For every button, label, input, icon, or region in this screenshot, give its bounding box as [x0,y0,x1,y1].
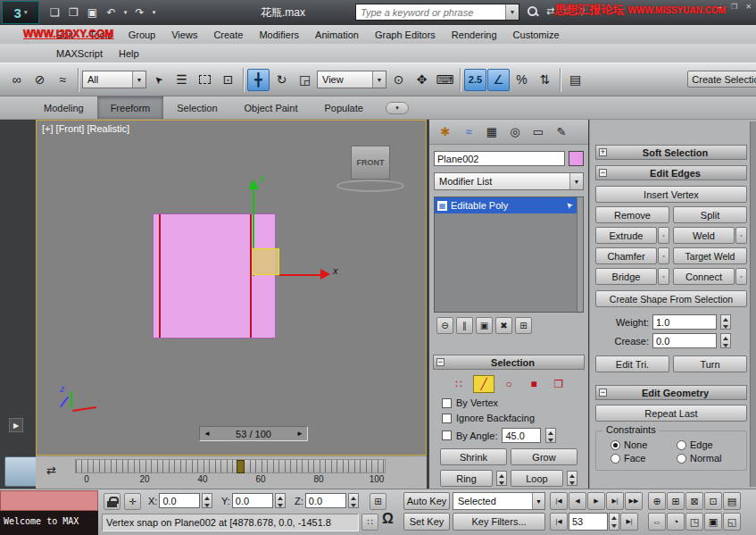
shrink-button[interactable]: Shrink [440,448,507,465]
new-file-icon[interactable]: ❏ [46,4,63,21]
set-key-button[interactable]: Set Key [403,513,450,531]
maximize-viewport-icon[interactable]: ◳ [685,513,703,531]
tab-populate[interactable]: Populate [311,96,376,119]
minimize-button[interactable]: – [714,1,726,12]
plane-object[interactable] [153,213,276,339]
maximize-button[interactable]: ❐ [728,1,740,12]
spin-up-button[interactable] [568,472,577,479]
spin-down-button[interactable] [546,436,555,443]
show-end-result-icon[interactable]: ∥ [456,317,473,334]
stack-scrollbar[interactable] [577,197,583,312]
connect-button[interactable]: Connect [673,268,735,285]
soft-selection-rollout-header[interactable]: + Soft Selection [595,145,747,160]
undo-dropdown-icon[interactable]: ▾ [121,4,129,21]
search-input[interactable] [356,7,505,18]
connect-settings-icon[interactable]: ▫ [735,268,747,285]
field-of-view-icon[interactable]: ▤ [723,492,741,510]
current-frame-input[interactable] [572,516,604,527]
constraint-normal-radio[interactable] [677,454,686,464]
ignore-backfacing-checkbox[interactable] [442,414,452,423]
curve-icon[interactable]: ≈ [459,122,478,142]
turn-button[interactable]: Turn [673,355,747,372]
named-selection-sets-icon[interactable]: ▤ [564,69,586,91]
mini-curve-editor-button[interactable] [4,456,38,487]
modifier-stack[interactable]: ▦ Editable Poly ➤ [434,196,584,313]
spin-up-button[interactable] [610,514,619,522]
previous-frame-icon[interactable]: ◀ [569,492,586,510]
pin-stack-icon[interactable]: ⊖ [436,317,453,334]
grid-dots-icon[interactable]: ∷ [361,514,378,531]
timeline-pan-icon[interactable]: ⇄ [46,464,56,477]
edit-tri-button[interactable]: Edit Tri. [595,355,669,372]
edit-edges-rollout-header[interactable]: − Edit Edges [595,165,747,180]
circle-icon[interactable]: ◎ [505,122,525,142]
weld-settings-icon[interactable]: ▫ [735,227,747,244]
orbit-icon[interactable]: ◔ [667,513,685,531]
time-slider-handle[interactable] [237,460,245,473]
reference-coordinate-dropdown[interactable]: View▼ [317,71,386,88]
redo-dropdown-icon[interactable]: ▾ [150,4,158,21]
zoom-extents-selected-icon[interactable]: ◱ [723,513,741,531]
absolute-offset-mode-icon[interactable]: ✛ [124,493,141,510]
zoom-icon[interactable]: ⊕ [648,492,666,510]
timeline-ruler[interactable] [75,459,386,473]
spin-down-button[interactable] [349,501,358,508]
pan-icon[interactable]: ⇔ [648,513,666,531]
zoom-extents-icon[interactable]: ⊠ [685,492,703,510]
stack-item-editable-poly[interactable]: ▦ Editable Poly ➤ [435,197,583,213]
modifier-list-dropdown[interactable]: Modifier List▼ [434,172,584,190]
menu-customize[interactable]: Customize [505,25,568,44]
undo-icon[interactable]: ↶ [103,4,120,21]
grow-button[interactable]: Grow [511,448,577,465]
insert-vertex-button[interactable]: Insert Vertex [595,186,747,203]
grid-icon[interactable]: ▦ [482,122,502,142]
spin-down-button[interactable] [610,522,619,530]
extrude-button[interactable]: Extrude [595,227,657,244]
snaps-toggle-icon[interactable]: 2.5 [464,69,486,91]
make-unique-icon[interactable]: ▣ [476,317,493,334]
magnet-icon[interactable]: Ω [382,511,394,527]
spin-down-button[interactable] [497,479,506,486]
search-icon[interactable] [527,5,538,17]
chamfer-button[interactable]: Chamfer [595,247,657,264]
play-icon[interactable]: ▶ [587,492,605,510]
tab-selection[interactable]: Selection [163,96,230,119]
spin-down-button[interactable] [721,341,730,348]
constraint-none-radio[interactable] [611,440,620,450]
menu-rendering[interactable]: Rendering [444,25,505,44]
use-pivot-point-icon[interactable]: ⊙ [387,69,410,91]
open-file-icon[interactable]: ❐ [65,4,82,21]
selection-lock-icon[interactable] [104,493,120,510]
menu-maxscript[interactable]: MAXScript [48,44,111,63]
tab-freeform[interactable]: Freeform [97,96,164,119]
viewcube-ring[interactable] [336,180,404,192]
grid-toggle-icon[interactable]: ⊞ [370,493,386,510]
viewport-tab-arrow-icon[interactable]: ▶ [9,418,23,432]
object-name-input[interactable] [437,154,561,164]
object-color-swatch[interactable] [569,151,584,166]
save-file-icon[interactable]: ▣ [84,4,101,21]
edge-subobject-icon[interactable]: ╱ [473,375,494,393]
target-weld-button[interactable]: Target Weld [673,247,747,264]
configure-modifier-sets-icon[interactable]: ⊞ [515,317,532,334]
spin-down-button[interactable] [568,479,577,486]
spinner-snap-icon[interactable]: ⇅ [534,69,556,91]
star-icon[interactable]: ✱ [436,122,455,142]
auto-key-button[interactable]: Auto Key [403,492,450,510]
spin-up-button[interactable] [497,472,506,479]
selection-rollout-header[interactable]: − Selection [433,355,585,370]
window-crossing-icon[interactable]: ⊡ [217,69,239,91]
menu-graph-editors[interactable]: Graph Editors [367,25,444,44]
select-and-rotate-icon[interactable]: ↻ [270,69,293,91]
spin-up-button[interactable] [721,315,730,322]
menu-help[interactable]: Help [111,44,147,63]
x-coordinate-input[interactable] [162,496,196,506]
redo-icon[interactable]: ↷ [131,4,148,21]
extrude-settings-icon[interactable]: ▫ [658,227,669,244]
select-and-link-icon[interactable]: ∞ [5,69,28,91]
angle-snap-icon[interactable]: ∠ [487,69,510,91]
select-and-move-icon[interactable]: ╋ [247,69,270,91]
bind-to-space-warp-icon[interactable]: ≈ [52,69,74,91]
viewcube[interactable]: FRONT [351,146,390,180]
key-mode-dropdown[interactable]: Selected▼ [453,492,545,510]
